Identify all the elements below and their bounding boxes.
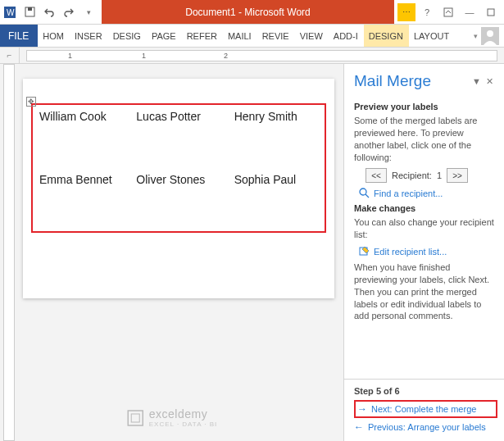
table-move-handle-icon[interactable]: ✥ bbox=[26, 97, 36, 107]
recipient-nav: << Recipient: 1 >> bbox=[366, 168, 496, 183]
horizontal-ruler[interactable]: 1 1 2 bbox=[26, 50, 497, 61]
window-controls: ⋯ ? — bbox=[394, 0, 504, 24]
quick-access-toolbar: W ▾ bbox=[0, 0, 98, 24]
svg-text:W: W bbox=[7, 8, 15, 17]
tab-file[interactable]: FILE bbox=[0, 25, 38, 47]
window-title: Document1 - Microsoft Word bbox=[102, 0, 394, 24]
preview-heading: Preview your labels bbox=[354, 102, 496, 111]
watermark: exceldemy EXCEL · DATA · BI bbox=[126, 407, 218, 428]
svg-rect-5 bbox=[488, 9, 494, 16]
pane-title: Mail Merge bbox=[354, 72, 470, 90]
label-cell[interactable]: Henry Smith bbox=[228, 104, 325, 168]
recipient-number: 1 bbox=[437, 170, 442, 180]
svg-rect-4 bbox=[444, 8, 452, 16]
changes-text: You can also change your recipient list: bbox=[354, 216, 496, 241]
changes-heading: Make changes bbox=[354, 203, 496, 213]
svg-point-7 bbox=[487, 30, 493, 37]
watermark-icon bbox=[126, 409, 144, 427]
ribbon-collapse-icon[interactable] bbox=[438, 2, 458, 22]
word-icon[interactable]: W bbox=[0, 1, 20, 24]
tab-page-layout[interactable]: PAGE bbox=[147, 25, 182, 47]
svg-rect-9 bbox=[131, 414, 139, 422]
save-icon[interactable] bbox=[20, 1, 39, 24]
step-label: Step 5 of 6 bbox=[354, 386, 497, 396]
table-row: William Cook Lucas Potter Henry Smith bbox=[32, 104, 325, 168]
arrow-left-icon: ← bbox=[354, 421, 364, 433]
tab-references[interactable]: REFER bbox=[182, 25, 223, 47]
edit-list-icon bbox=[359, 246, 370, 257]
svg-line-11 bbox=[366, 194, 369, 198]
ruler-mark: 1 bbox=[142, 52, 146, 60]
preview-text: Some of the merged labels are previewed … bbox=[354, 115, 496, 163]
finish-text: When you have finished previewing your l… bbox=[354, 261, 496, 322]
label-table[interactable]: William Cook Lucas Potter Henry Smith Em… bbox=[31, 103, 326, 233]
pane-options-icon[interactable]: ▼ bbox=[470, 76, 484, 86]
tab-view[interactable]: VIEW bbox=[295, 25, 329, 47]
prev-step-link[interactable]: ← Previous: Arrange your labels bbox=[354, 421, 497, 433]
prev-recipient-button[interactable]: << bbox=[366, 168, 387, 183]
tab-mailings[interactable]: MAILI bbox=[223, 25, 257, 47]
user-dropdown-icon[interactable]: ▾ bbox=[474, 32, 478, 40]
next-step-highlight: → Next: Complete the merge bbox=[354, 400, 497, 418]
page: ✥ William Cook Lucas Potter Henry Smith … bbox=[23, 79, 334, 298]
edit-recipient-label: Edit recipient list... bbox=[374, 247, 447, 257]
tab-addins[interactable]: ADD-I bbox=[329, 25, 364, 47]
label-cell[interactable]: Emma Bennet bbox=[32, 168, 129, 232]
help-icon[interactable]: ? bbox=[417, 2, 437, 22]
next-step-link[interactable]: → Next: Complete the merge bbox=[357, 403, 494, 415]
ribbon-tabs: FILE HOM INSER DESIG PAGE REFER MAILI RE… bbox=[0, 25, 504, 48]
ruler-corner: ⌐ bbox=[0, 48, 20, 63]
svg-rect-3 bbox=[28, 7, 32, 11]
minimize-icon[interactable]: — bbox=[460, 2, 479, 22]
prev-step-label: Previous: Arrange your labels bbox=[368, 422, 486, 432]
edit-recipient-link[interactable]: Edit recipient list... bbox=[359, 246, 496, 257]
ruler-mark: 2 bbox=[224, 52, 228, 60]
mail-merge-pane: Mail Merge ▼ ✕ Preview your labels Some … bbox=[343, 64, 504, 441]
title-bar: W ▾ Document1 - Microsoft Word ⋯ ? — bbox=[0, 0, 504, 25]
user-area: ▾ bbox=[469, 25, 504, 47]
pane-body: Preview your labels Some of the merged l… bbox=[344, 95, 504, 379]
ruler-mark: 1 bbox=[68, 52, 72, 60]
document-area: ✥ William Cook Lucas Potter Henry Smith … bbox=[0, 64, 343, 441]
label-cell[interactable]: Sophia Paul bbox=[228, 168, 325, 232]
pane-close-icon[interactable]: ✕ bbox=[484, 76, 496, 87]
search-icon bbox=[359, 188, 370, 198]
arrow-right-icon: → bbox=[357, 403, 367, 415]
avatar[interactable] bbox=[481, 27, 499, 45]
tab-table-layout[interactable]: LAYOUT bbox=[409, 25, 455, 47]
svg-rect-8 bbox=[128, 411, 143, 425]
table-row: Emma Bennet Oliver Stones Sophia Paul bbox=[32, 168, 325, 232]
qat-customize-icon[interactable]: ▾ bbox=[79, 1, 98, 24]
tab-insert[interactable]: INSER bbox=[70, 25, 108, 47]
redo-icon[interactable] bbox=[59, 1, 79, 24]
work-area: ✥ William Cook Lucas Potter Henry Smith … bbox=[0, 64, 504, 441]
ribbon-display-options-icon[interactable]: ⋯ bbox=[397, 3, 415, 21]
tab-home[interactable]: HOM bbox=[38, 25, 70, 47]
maximize-icon[interactable] bbox=[481, 2, 501, 22]
find-recipient-label: Find a recipient... bbox=[374, 189, 443, 198]
tab-review[interactable]: REVIE bbox=[257, 25, 295, 47]
label-cell[interactable]: Lucas Potter bbox=[129, 104, 227, 168]
next-step-label: Next: Complete the merge bbox=[371, 404, 476, 414]
pane-header: Mail Merge ▼ ✕ bbox=[344, 64, 504, 95]
label-cell[interactable]: Oliver Stones bbox=[129, 168, 227, 232]
find-recipient-link[interactable]: Find a recipient... bbox=[359, 188, 496, 198]
recipient-label: Recipient: bbox=[392, 170, 432, 180]
tab-design[interactable]: DESIG bbox=[108, 25, 147, 47]
watermark-tag: EXCEL · DATA · BI bbox=[149, 421, 218, 428]
svg-point-10 bbox=[360, 189, 366, 195]
watermark-brand: exceldemy bbox=[149, 407, 207, 421]
label-cell[interactable]: William Cook bbox=[32, 104, 129, 168]
undo-icon[interactable] bbox=[39, 1, 59, 24]
pane-footer: Step 5 of 6 → Next: Complete the merge ←… bbox=[344, 379, 504, 441]
vertical-ruler[interactable] bbox=[3, 64, 15, 441]
next-recipient-button[interactable]: >> bbox=[447, 168, 468, 183]
ruler-row: ⌐ 1 1 2 bbox=[0, 48, 504, 64]
tab-table-design[interactable]: DESIGN bbox=[364, 25, 409, 47]
